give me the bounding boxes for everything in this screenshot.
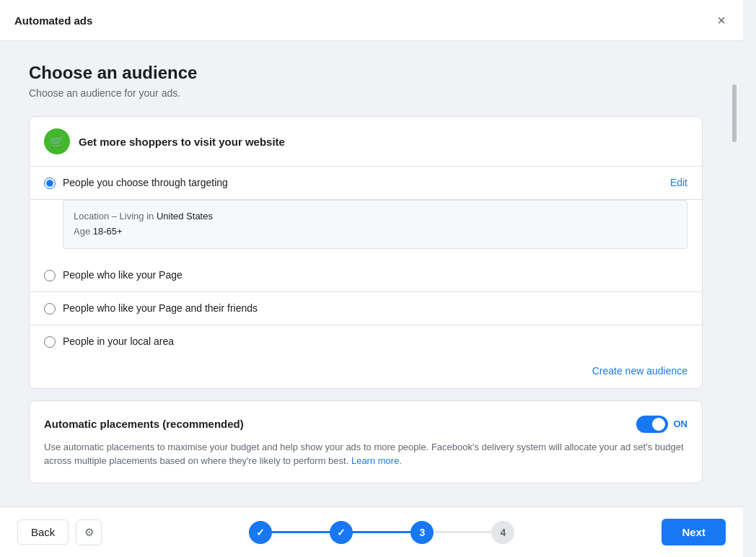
step-1-check-icon: ✓ — [256, 527, 265, 538]
radio-local[interactable] — [44, 336, 56, 348]
step-1: ✓ — [249, 521, 272, 544]
card-header-title: Get more shoppers to visit your website — [79, 136, 285, 148]
back-button[interactable]: Back — [17, 519, 69, 545]
radio-local-label: People in your local area — [63, 335, 687, 347]
settings-button[interactable]: ⚙ — [76, 519, 102, 545]
audience-card: 🛒 Get more shoppers to visit your websit… — [29, 116, 703, 389]
step-line-2 — [353, 531, 410, 533]
step-4: 4 — [491, 521, 514, 544]
location-label: Location – Living in — [74, 211, 157, 222]
radio-options: People you choose through targeting Edit… — [30, 167, 702, 358]
modal-body: Choose an audience Choose an audience fo… — [0, 41, 743, 506]
page-subtitle: Choose an audience for your ads. — [29, 87, 703, 99]
page-title: Choose an audience — [29, 63, 703, 83]
radio-page-likes-label: People who like your Page — [63, 269, 687, 281]
radio-page-friends-label: People who like your Page and their frie… — [63, 302, 687, 314]
close-button[interactable]: × — [714, 10, 729, 30]
learn-more-link[interactable]: Learn more. — [351, 455, 402, 466]
cart-icon: 🛒 — [44, 128, 70, 154]
placements-title: Automatic placements (recommended) — [44, 418, 244, 430]
step-3-label: 3 — [420, 527, 426, 538]
radio-item-page-likes[interactable]: People who like your Page — [30, 259, 702, 292]
step-2-check-icon: ✓ — [337, 527, 346, 538]
step-line-1 — [272, 531, 330, 533]
age-label: Age — [74, 226, 93, 237]
footer-left: Back ⚙ — [17, 519, 102, 545]
targeting-info-text: Location – Living in United States Age 1… — [74, 209, 677, 240]
age-value: 18-65+ — [93, 226, 123, 237]
next-button[interactable]: Next — [662, 519, 726, 545]
toggle-slider — [636, 416, 668, 433]
edit-targeting-link[interactable]: Edit — [670, 177, 687, 188]
placements-header: Automatic placements (recommended) ON — [44, 416, 687, 433]
radio-targeting[interactable] — [44, 177, 56, 189]
placements-card: Automatic placements (recommended) ON Us… — [29, 400, 703, 483]
location-value: United States — [157, 211, 213, 222]
radio-targeting-label: People you choose through targeting — [63, 177, 663, 188]
placements-toggle[interactable] — [636, 416, 668, 433]
radio-page-friends[interactable] — [44, 303, 56, 315]
radio-item-page-friends[interactable]: People who like your Page and their frie… — [30, 292, 702, 325]
right-panel — [731, 41, 743, 506]
step-line-3 — [434, 531, 491, 533]
placements-section: Automatic placements (recommended) ON Us… — [29, 400, 703, 483]
modal: Automated ads × Choose an audience Choos… — [0, 0, 743, 557]
targeting-info-box: Location – Living in United States Age 1… — [63, 200, 687, 249]
scrollbar-thumb[interactable] — [732, 84, 737, 142]
step-3: 3 — [410, 521, 434, 544]
progress-steps: ✓ ✓ 3 4 — [249, 521, 514, 544]
radio-item-targeting[interactable]: People you choose through targeting Edit — [30, 167, 702, 200]
modal-header: Automated ads × — [0, 0, 743, 41]
step-2: ✓ — [330, 521, 353, 544]
create-audience-row: Create new audience — [30, 358, 702, 388]
card-header: 🛒 Get more shoppers to visit your websit… — [30, 117, 702, 167]
placements-description: Use automatic placements to maximise you… — [44, 440, 687, 468]
gear-icon: ⚙ — [84, 526, 94, 539]
toggle-label: ON — [674, 418, 688, 429]
modal-footer: Back ⚙ ✓ ✓ 3 4 — [0, 506, 743, 557]
scrollbar-track[interactable] — [731, 41, 737, 142]
radio-item-local[interactable]: People in your local area — [30, 325, 702, 358]
modal-title: Automated ads — [14, 14, 92, 27]
main-content: Choose an audience Choose an audience fo… — [0, 41, 731, 506]
step-4-label: 4 — [501, 527, 506, 538]
create-audience-link[interactable]: Create new audience — [592, 365, 687, 377]
radio-page-likes[interactable] — [44, 270, 56, 281]
toggle-container: ON — [636, 416, 688, 433]
